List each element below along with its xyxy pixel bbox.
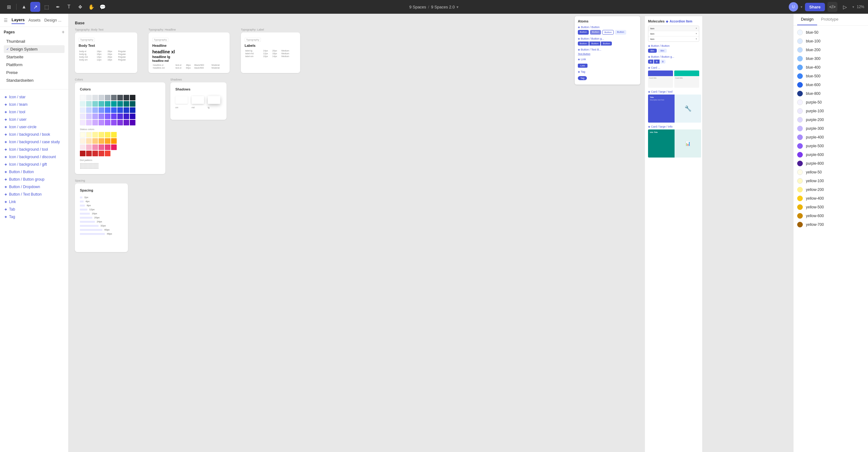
btn-ghost-preview: Button [615, 30, 626, 35]
layer-diamond-icon-16: ❖ [4, 215, 7, 219]
colors-label: Colors [75, 78, 165, 81]
panel-tabs: ☰ Layers Assets Design ... [0, 14, 68, 27]
color-name-18: yellow-200 [806, 188, 824, 192]
color-name-21: yellow-600 [806, 214, 824, 218]
layer-item-4[interactable]: ❖Icon / user-circle [2, 123, 66, 131]
mol-btn-label: ◈ Button / Button [648, 44, 699, 47]
tab-assets[interactable]: Assets [28, 17, 40, 24]
swatch-teal-8 [124, 101, 129, 107]
layer-label-1: Icon / team [9, 102, 27, 107]
move-tool-button[interactable]: ↗ [30, 2, 40, 12]
layer-item-12[interactable]: ❖Button / Dropdown [2, 183, 66, 191]
spacing-row-9: 40px [80, 228, 123, 231]
page-item-startseite[interactable]: Startseite [4, 53, 65, 61]
page-label-thumbnail: Thumbnail [6, 39, 25, 44]
mol-btn-group-preview: B B B [648, 60, 699, 64]
code-button[interactable]: </> [828, 2, 837, 12]
tab-prototype[interactable]: Prototype [817, 14, 842, 25]
spacing-bar-5 [80, 213, 90, 215]
spacing-row-5: 16px [80, 212, 123, 215]
page-item-thumbnail[interactable]: Thumbnail [4, 37, 65, 45]
hand-tool-button[interactable]: ✋ [86, 2, 96, 12]
atom-link-preview: Link [578, 64, 588, 68]
spacing-bar-1 [80, 196, 82, 198]
spacing-row-3: 8px [80, 204, 123, 207]
pen-tool-button[interactable]: ✒ [53, 2, 63, 12]
tab-layers[interactable]: Layers [11, 16, 25, 24]
color-list-item-2: blue-200 [797, 45, 864, 54]
layer-item-0[interactable]: ❖Icon / star [2, 93, 66, 101]
mol-card-info-title: Info Title [650, 131, 673, 133]
color-list-item-19: yellow-400 [797, 194, 864, 203]
tab-design[interactable]: Design [797, 14, 817, 25]
mol-card-mini-2: Card title [674, 70, 699, 88]
zoom-level[interactable]: 12% [857, 5, 864, 9]
layer-diamond-icon-5: ❖ [4, 133, 7, 136]
layer-item-11[interactable]: ❖Button / Button group [2, 175, 66, 183]
present-button[interactable]: ▷ [840, 2, 850, 12]
typo-headline-table: headline-xltext-xl48pxBlack/900Moderat h… [152, 64, 226, 69]
spacing-bar-10 [80, 233, 105, 235]
mol-card-large-tool-label: ◈ Card / large / tool [648, 90, 699, 93]
chevron-down-icon[interactable]: ▾ [457, 5, 459, 9]
swatch-indigo-4 [99, 114, 104, 119]
layer-item-3[interactable]: ❖Icon / user [2, 116, 66, 123]
swatch-row-status-pink [80, 144, 160, 150]
atom-button-button: ◈ Button / Button Button Button Button B… [578, 26, 637, 35]
swatch-status-orange-6 [111, 138, 117, 144]
swatch-purple-1 [80, 120, 86, 125]
layer-item-1[interactable]: ❖Icon / team [2, 101, 66, 108]
layer-item-7[interactable]: ❖Icon / background / tool [2, 146, 66, 153]
color-circle-5 [797, 73, 803, 79]
color-list-item-4: blue-400 [797, 63, 864, 72]
layer-item-8[interactable]: ❖Icon / background / discount [2, 153, 66, 161]
shadows-card: Shadows sm md [170, 83, 226, 120]
layer-item-5[interactable]: ❖Icon / background / book [2, 131, 66, 138]
mol-card-info-inner: Info Title 📊 [648, 129, 701, 158]
molecules-diamond-icon: ◈ [666, 20, 668, 23]
spacing-val-1: 2px [84, 196, 88, 199]
layer-item-14[interactable]: ❖Link [2, 198, 66, 205]
select-tool-button[interactable]: ▲ [19, 2, 29, 12]
swatch-neutral-3 [92, 95, 98, 100]
page-item-standardseiten[interactable]: Standardseiten [4, 76, 65, 84]
layer-label-16: Tag [9, 215, 15, 219]
accordion-chevron-2: ▾ [696, 32, 697, 35]
color-list-item-6: blue-600 [797, 80, 864, 89]
text-tool-button[interactable]: T [64, 2, 74, 12]
base-label: Base [75, 21, 85, 25]
layer-item-6[interactable]: ❖Icon / background / case study [2, 138, 66, 146]
layer-item-2[interactable]: ❖Icon / tool [2, 108, 66, 116]
molecules-title: Molecules [648, 19, 664, 23]
page-label-startseite: Startseite [6, 55, 23, 59]
comment-tool-button[interactable]: 💬 [98, 2, 107, 12]
tab-design[interactable]: Design ... [44, 17, 61, 24]
layer-item-9[interactable]: ❖Icon / background / gift [2, 161, 66, 168]
spacing-bar-7 [80, 221, 95, 223]
present-chevron-icon[interactable]: ▾ [852, 5, 854, 9]
layer-item-10[interactable]: ❖Button / Button [2, 168, 66, 175]
layer-divider [0, 89, 68, 90]
avatar-chevron-icon[interactable]: ▾ [801, 5, 803, 9]
mol-card-large-info-preview: Info Title 📊 [648, 129, 701, 158]
swatch-neutral-9 [130, 95, 135, 100]
grid-tool-button[interactable]: ⊞ [4, 2, 14, 12]
spacing-row-8: 32px [80, 224, 123, 227]
molecules-panel: Molecules ◈ Accordion Item Item ▾ Item ▾… [645, 16, 703, 452]
layer-item-13[interactable]: ❖Button / Text Button [2, 191, 66, 198]
swatch-neutral-2 [86, 95, 92, 100]
frame-tool-button[interactable]: ⬚ [41, 2, 52, 12]
add-page-button[interactable]: + [62, 29, 65, 35]
swatch-status-yellow-1 [80, 132, 86, 137]
swatch-row-indigo [80, 114, 160, 119]
component-tool-button[interactable]: ❖ [75, 2, 85, 12]
page-item-design-system[interactable]: ✓ Design System [4, 45, 65, 53]
page-item-plattform[interactable]: Plattform [4, 61, 65, 69]
layer-label-12: Button / Dropdown [9, 185, 40, 189]
page-item-preise[interactable]: Preise [4, 69, 65, 76]
layer-diamond-icon-8: ❖ [4, 155, 7, 159]
share-button[interactable]: Share [805, 3, 825, 11]
layer-item-16[interactable]: ❖Tag [2, 213, 66, 221]
shadow-column-2: md [192, 95, 204, 108]
layer-item-15[interactable]: ❖Tab [2, 205, 66, 213]
